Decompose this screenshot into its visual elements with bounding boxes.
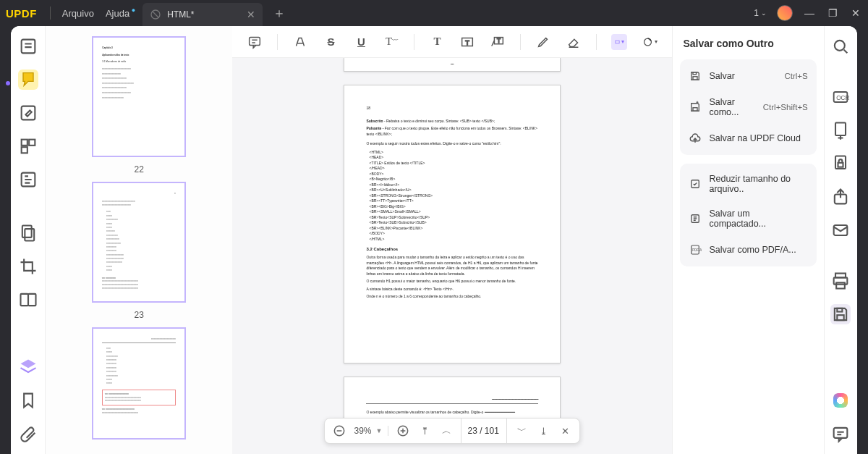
maximize-button[interactable]: ❐ [826, 7, 839, 19]
pencil-icon[interactable] [535, 34, 551, 50]
reduce-size-button[interactable]: Reduzir tamanho do arquivo.. [683, 167, 813, 201]
svg-rect-12 [20, 294, 28, 306]
thumbnail-23[interactable]: ━ ━━━━━━━━━━━━━━━━━━━━━━━━━━━━━━━━━━━━━━… [92, 182, 186, 303]
bookmark-icon[interactable] [18, 390, 38, 411]
shape-rect-icon[interactable]: ▾ [611, 34, 627, 50]
thumbnail-label: 22 [135, 164, 144, 175]
close-window-button[interactable]: ✕ [849, 7, 862, 19]
pdfa-icon: PDF/A [689, 243, 702, 256]
left-tool-rail [11, 26, 46, 454]
svg-rect-40 [835, 123, 846, 136]
last-page-button[interactable]: ⤓ [536, 424, 550, 438]
note-icon[interactable] [247, 34, 263, 50]
save-panel: Salvar como Outro Salvar Ctrl+S Salvar c… [672, 26, 823, 454]
titlebar: UPDF Arquivo Ajuda● HTML* ✕ ＋ 1 ⌄ — ❐ ✕ [0, 0, 868, 26]
stamp-icon[interactable]: ▾ [642, 34, 658, 50]
convert-icon[interactable] [830, 120, 851, 140]
ai-icon[interactable] [830, 390, 851, 411]
print-icon[interactable] [830, 271, 851, 291]
save-compressed-button[interactable]: Salvar um compactado... [683, 201, 813, 236]
save-as-button[interactable]: Salvar como... Ctrl+Shift+S [683, 90, 813, 125]
tab-doc-icon [150, 9, 161, 20]
tab-close-icon[interactable]: ✕ [247, 9, 255, 20]
svg-text:T: T [466, 38, 470, 46]
save-other-icon[interactable] [830, 304, 851, 324]
tab-title: HTML* [167, 9, 225, 20]
document-scroll[interactable]: ━━ 18 Subscrito - Rebaixa o texto e dimi… [232, 58, 672, 454]
svg-rect-49 [838, 308, 843, 312]
text-icon[interactable]: T [429, 34, 445, 50]
svg-text:OCR: OCR [837, 95, 850, 101]
attachment-icon[interactable] [18, 424, 38, 444]
zoom-in-button[interactable] [396, 424, 410, 438]
search-icon[interactable] [830, 36, 851, 56]
textbox-icon[interactable]: T [459, 34, 475, 50]
edit-tool[interactable] [18, 103, 38, 123]
zoom-level[interactable]: 39%▼ [354, 426, 389, 436]
thumbnail-label: 23 [135, 310, 144, 320]
chat-icon[interactable] [830, 424, 851, 444]
compare-tool[interactable] [18, 290, 38, 310]
svg-rect-6 [21, 140, 27, 146]
user-avatar[interactable] [777, 5, 793, 21]
layers-icon[interactable] [18, 357, 38, 377]
protect-icon[interactable] [830, 154, 851, 174]
crop-tool[interactable] [18, 256, 38, 277]
svg-rect-47 [837, 282, 846, 288]
document-tab[interactable]: HTML* ✕ [142, 3, 263, 26]
svg-rect-2 [21, 40, 35, 54]
svg-rect-31 [693, 108, 697, 112]
page-24-head: ━━━━━━━━━━━━━━━━━━━━━━━━━━━━━━━━ O exemp… [344, 377, 561, 420]
prev-page-button[interactable]: ︿ [439, 424, 454, 438]
email-icon[interactable] [830, 220, 851, 240]
next-page-button[interactable]: ﹀ [514, 424, 529, 438]
reduce-icon [689, 177, 702, 190]
save-cloud-button[interactable]: Salvar na UPDF Cloud [683, 125, 813, 152]
thumbnail-24[interactable]: ━━━━━━━━━━━━━━━━━ ━━━━━━━━━━━━━━━━━━━━━━… [92, 327, 186, 440]
strikethrough-icon[interactable]: S [323, 34, 339, 50]
close-nav-button[interactable]: ✕ [558, 424, 572, 438]
svg-rect-10 [22, 226, 31, 237]
save-button[interactable]: Salvar Ctrl+S [683, 62, 813, 90]
svg-rect-42 [838, 163, 843, 167]
save-pdfa-button[interactable]: PDF/A Salvar como PDF/A... [683, 236, 813, 264]
zoom-out-button[interactable] [333, 424, 347, 438]
page-23: 18 Subscrito - Rebaixa o texto e diminui… [344, 85, 561, 363]
squiggly-icon[interactable]: T〰 [383, 34, 399, 50]
svg-rect-14 [250, 37, 260, 45]
reader-tool[interactable] [18, 36, 38, 56]
highlight-icon[interactable] [292, 34, 308, 50]
compress-icon [689, 212, 702, 225]
svg-line-37 [844, 50, 848, 54]
form-tool[interactable] [18, 169, 38, 190]
save-icon [689, 70, 702, 83]
underline-icon[interactable]: U [353, 34, 369, 50]
comment-tool[interactable] [18, 70, 38, 90]
page-number-input[interactable]: 23 / 101 [461, 419, 507, 443]
eraser-icon[interactable] [566, 34, 582, 50]
svg-text:PDF/A: PDF/A [692, 248, 702, 252]
organize-tool[interactable] [18, 136, 38, 156]
svg-point-36 [835, 41, 845, 51]
svg-rect-13 [28, 294, 36, 306]
callout-icon[interactable]: T [490, 34, 506, 50]
document-area: S U T〰 T T T ▾ ▾ ━━ 18 Subscrito - Rebai… [232, 26, 672, 454]
page-navigation-bar: 39%▼ ⤒ ︿ 23 / 101 ﹀ ⤓ ✕ [325, 418, 581, 444]
svg-rect-7 [29, 140, 35, 146]
annotation-toolbar: S U T〰 T T T ▾ ▾ [232, 26, 672, 58]
chevron-down-icon: ⌄ [761, 9, 767, 17]
svg-line-1 [153, 11, 159, 17]
save-as-icon [689, 101, 702, 114]
minimize-button[interactable]: — [803, 7, 816, 19]
window-count[interactable]: 1 ⌄ [754, 8, 767, 18]
menu-help[interactable]: Ajuda● [100, 5, 135, 22]
ocr-icon[interactable]: OCR [830, 87, 851, 107]
first-page-button[interactable]: ⤒ [417, 424, 432, 438]
redact-tool[interactable] [18, 223, 38, 243]
share-icon[interactable] [830, 187, 851, 207]
app-logo: UPDF [6, 7, 37, 20]
thumbnail-22[interactable]: Capítulo 3 Aplicando estilos de texto 3.… [92, 36, 186, 157]
menu-file[interactable]: Arquivo [56, 5, 100, 22]
cloud-icon [689, 132, 702, 145]
tab-add-button[interactable]: ＋ [273, 4, 286, 22]
